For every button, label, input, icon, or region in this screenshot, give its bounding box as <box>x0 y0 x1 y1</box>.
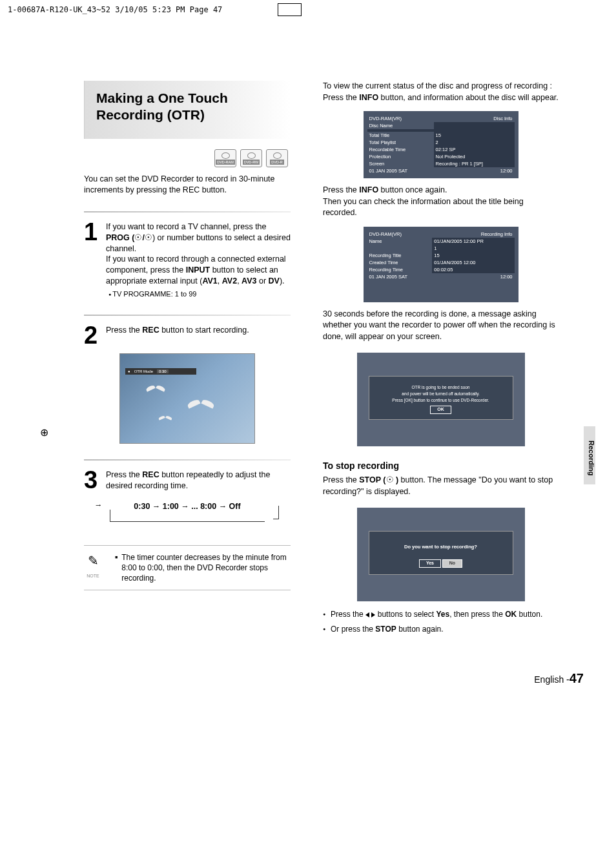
step-2: 2 Press the REC button to start recordin… <box>84 325 291 346</box>
intro-text: You can set the DVD Recorder to record i… <box>84 174 291 196</box>
tv-preview: ● OTR Mode0:30 <box>119 353 255 444</box>
body-text: 30 seconds before the recording is done,… <box>323 309 559 343</box>
disc-icon: DVD-R <box>266 149 288 167</box>
divider <box>84 315 291 316</box>
page-title: Making a One Touch Recording (OTR) <box>96 90 279 124</box>
print-header: 1-00687A-R120-UK_43~52 3/10/05 5:23 PM P… <box>0 0 616 19</box>
section-title-box: Making a One Touch Recording (OTR) <box>84 81 291 139</box>
cycle-underbar <box>110 521 265 522</box>
disc-icon: DVD-RAM <box>214 149 236 167</box>
seagull-icon <box>146 386 165 394</box>
otr-end-dialog: OTR is going to be ended soon and power … <box>357 353 525 446</box>
divider <box>84 211 291 212</box>
left-arrow-icon <box>365 612 369 617</box>
stop-bullets: Press the buttons to select Yes, then pr… <box>323 609 559 635</box>
divider <box>84 459 291 461</box>
page-number: English -47 <box>0 658 616 699</box>
body-text: Press the INFO button once again.Then yo… <box>323 185 559 219</box>
recording-info-osd: DVD-RAM(VR)Recording Info Name01/JAN/200… <box>364 227 518 302</box>
note-text: The timer counter decreases by the minut… <box>121 552 291 584</box>
disc-info-osd: DVD-RAM(VR)Disc Info Disc Name Total Tit… <box>364 111 518 178</box>
step-number: 2 <box>84 325 101 346</box>
ok-button: OK <box>430 406 451 414</box>
crop-mark-icon: ⊕ <box>40 426 48 439</box>
list-item: Or press the STOP button again. <box>331 624 559 635</box>
list-item: Press the buttons to select Yes, then pr… <box>331 609 559 620</box>
note-icon: ✎NOTE <box>84 552 102 584</box>
step-number: 1 <box>84 222 101 299</box>
step-1: 1 If you want to record a TV channel, pr… <box>84 222 291 299</box>
seagull-icon <box>187 401 214 412</box>
side-tab: Recording <box>584 426 595 484</box>
divider <box>84 590 291 590</box>
step-number: 3 <box>84 470 101 492</box>
body-text: Press the STOP (☉ ) button. The message … <box>323 475 559 497</box>
disc-icon: DVD-RW <box>240 149 262 167</box>
divider <box>84 545 291 546</box>
stop-confirm-dialog: Do you want to stop recording? Yes No <box>357 508 525 601</box>
disc-type-icons: DVD-RAM DVD-RW DVD-R <box>84 149 288 167</box>
step-bullet: TV PROGRAMME: 1 to 99 <box>108 289 291 299</box>
no-button: No <box>442 559 462 568</box>
note-row: ✎NOTE The timer counter decreases by the… <box>84 552 291 584</box>
seagull-icon <box>159 417 172 422</box>
osd-bar: ● OTR Mode0:30 <box>125 368 196 375</box>
page-content: Making a One Touch Recording (OTR) DVD-R… <box>0 19 616 658</box>
body-text: To view the current status of the disc a… <box>323 81 559 103</box>
time-cycle: 0:30 → 1:00 → ... 8:00 → Off <box>97 499 278 513</box>
yes-button: Yes <box>419 559 441 568</box>
step-3: 3 Press the REC button repeatedly to adj… <box>84 470 291 492</box>
stop-heading: To stop recording <box>323 461 559 471</box>
